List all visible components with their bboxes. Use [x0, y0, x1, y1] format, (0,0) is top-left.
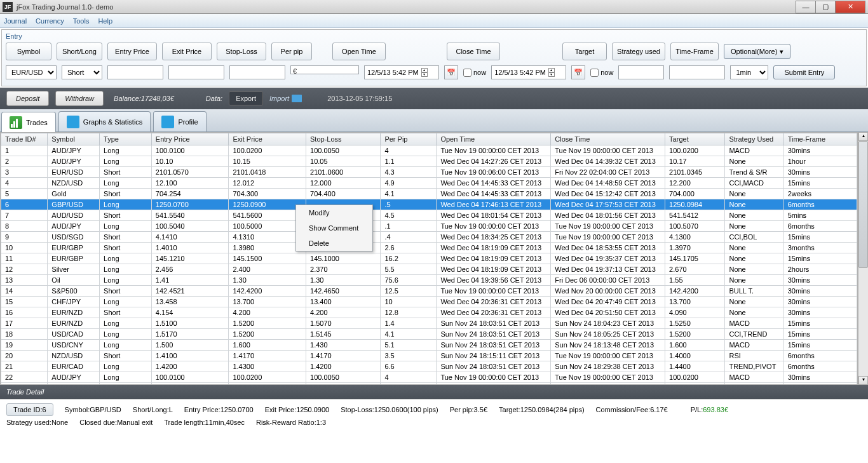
cell: 1250.0700: [151, 199, 229, 210]
minimize-button[interactable]: —: [796, 1, 816, 13]
table-row[interactable]: 8AUD/JPYLong100.5040100.5000.1Tue Nov 19…: [1, 221, 857, 232]
table-row[interactable]: 12SilverLong2.4562.4002.3705.5Wed Dec 04…: [1, 264, 857, 275]
cell: 30mins: [783, 297, 857, 307]
table-row[interactable]: 13OilLong1.411.301.3075.6Wed Dec 04 19:3…: [1, 275, 857, 286]
table-row[interactable]: 23AUD/JPYLong10.1010.1510.051.1Wed Dec 0…: [1, 383, 857, 386]
exit-price-input[interactable]: [168, 65, 224, 79]
open-now-checkbox[interactable]: now: [463, 65, 486, 79]
cell: Wed Dec 04 14:45:33 CET 2013: [437, 189, 551, 199]
ctx-modify[interactable]: Modify: [296, 205, 372, 220]
cell: NZD/USD: [48, 351, 100, 361]
export-button[interactable]: Export: [229, 91, 263, 105]
menu-help[interactable]: Help: [98, 17, 112, 25]
table-row[interactable]: 17EUR/NZDLong1.51001.52001.50701.4Sun No…: [1, 318, 857, 329]
col-stop-loss[interactable]: Stop-Loss: [306, 133, 381, 145]
strategy-input[interactable]: [669, 65, 725, 79]
table-row[interactable]: 2AUD/JPYLong10.1010.1510.051.1Wed Dec 04…: [1, 156, 857, 167]
menu-tools[interactable]: Tools: [73, 17, 90, 25]
table-row[interactable]: 6GBP/USDLong1250.07001250.0900.5Wed Dec …: [1, 199, 857, 210]
col-close-time[interactable]: Close Time: [551, 133, 665, 145]
table-row[interactable]: 11EUR/GBPLong145.1210145.1500145.100016.…: [1, 253, 857, 264]
table-row[interactable]: 18USD/CADLong1.51701.52001.51454.1Sun No…: [1, 329, 857, 340]
entry-price-input[interactable]: [107, 65, 163, 79]
table-row[interactable]: 5GoldShort704.254704.300704.4004.1Wed De…: [1, 189, 857, 199]
optional-more-button[interactable]: Optional(More)▾: [724, 44, 790, 59]
entry-legend: Entry: [6, 32, 862, 40]
menu-journal[interactable]: Journal: [4, 17, 27, 25]
table-row[interactable]: 10EUR/GBPShort1.40101.39802.6Wed Dec 04 …: [1, 243, 857, 253]
col-type[interactable]: Type: [100, 133, 152, 145]
tab-graphs[interactable]: Graphs & Statistics: [58, 111, 151, 131]
scroll-thumb[interactable]: [858, 141, 868, 268]
timeframe-select[interactable]: 1min: [730, 65, 768, 79]
cell: None: [725, 243, 783, 253]
close-time-input[interactable]: 12/5/13 5:42 PM▴▾: [491, 65, 566, 79]
table-row[interactable]: 16EUR/NZDShort4.1544.2004.20012.8Wed Dec…: [1, 307, 857, 318]
maximize-button[interactable]: ▢: [815, 1, 836, 13]
col-trade-id-[interactable]: Trade ID#: [1, 133, 48, 145]
cell: 15mins: [783, 232, 857, 243]
open-time-input[interactable]: 12/5/13 5:42 PM▴▾: [364, 65, 439, 79]
table-row[interactable]: 1AUD/JPYLong100.0100100.0200100.00504Tue…: [1, 145, 857, 156]
cell: None: [725, 275, 783, 286]
cell: 4.090: [665, 307, 725, 318]
open-date-picker[interactable]: 📅: [444, 65, 458, 79]
cell: 12: [1, 264, 48, 275]
ctx-delete[interactable]: Delete: [296, 236, 372, 251]
stop-loss-input[interactable]: [229, 65, 285, 79]
tab-profile[interactable]: Profile: [153, 111, 206, 131]
grid-header-row: Trade ID#SymbolTypeEntry PriceExit Price…: [1, 133, 857, 145]
spinner-icon[interactable]: ▴▾: [421, 68, 428, 77]
close-now-checkbox[interactable]: now: [590, 65, 613, 79]
scroll-track[interactable]: [858, 141, 868, 376]
tab-trades[interactable]: Trades: [1, 112, 56, 132]
table-row[interactable]: 20NZD/USDShort1.41001.41701.41703.5Sun N…: [1, 351, 857, 361]
menubar: Journal Currency Tools Help: [0, 14, 868, 28]
table-row[interactable]: 7AUD/USDShort541.5540541.56004.5Wed Dec …: [1, 210, 857, 221]
scroll-down-icon[interactable]: ▾: [858, 376, 868, 385]
col-time-frame[interactable]: Time-Frame: [783, 133, 857, 145]
cell: Wed Dec 04 20:47:49 CET 2013: [551, 297, 665, 307]
table-row[interactable]: 19USD/CNYLong1.5001.6001.4305.1Sun Nov 2…: [1, 340, 857, 351]
table-row[interactable]: 3EUR/USDShort2101.05702101.04182101.0600…: [1, 167, 857, 178]
col-strategy-used[interactable]: Strategy Used: [725, 133, 783, 145]
cell: 1.30: [306, 275, 381, 286]
table-row[interactable]: 4NZD/USDLong12.10012.01212.0004.9Wed Dec…: [1, 178, 857, 189]
cell: None: [725, 210, 783, 221]
detail-field: Stop-Loss:1250.0600(100 pips): [341, 406, 438, 413]
table-row[interactable]: 9USD/SGDShort4.14104.1310.4Wed Dec 04 18…: [1, 232, 857, 243]
col-target[interactable]: Target: [665, 133, 725, 145]
deposit-button[interactable]: Deposit: [6, 91, 49, 106]
scroll-up-icon[interactable]: ▴: [858, 132, 868, 141]
import-link[interactable]: Import: [269, 95, 302, 102]
symbol-select[interactable]: EUR/USD: [6, 65, 57, 79]
cell: 8: [1, 221, 48, 232]
target-input[interactable]: [618, 65, 664, 79]
col-exit-price[interactable]: Exit Price: [229, 133, 306, 145]
table-row[interactable]: 22AUD/JPYLong100.0100100.0200100.00504Tu…: [1, 372, 857, 383]
detail-field: Target:1250.0984(284 pips): [499, 406, 585, 413]
table-row[interactable]: 15CHF/JPYLong13.45813.70013.40010Wed Dec…: [1, 297, 857, 307]
cell: 15mins: [783, 318, 857, 329]
type-select[interactable]: Short: [62, 65, 102, 79]
cell: CCI,TREND: [725, 329, 783, 340]
table-row[interactable]: 14S&P500Short142.4521142.4200142.465012.…: [1, 286, 857, 297]
close-date-picker[interactable]: 📅: [571, 65, 585, 79]
cell: 1.5250: [665, 318, 725, 329]
col-per-pip[interactable]: Per Pip: [381, 133, 437, 145]
cell: 2.400: [229, 264, 306, 275]
close-button[interactable]: ✕: [835, 1, 865, 13]
trades-grid[interactable]: Trade ID#SymbolTypeEntry PriceExit Price…: [0, 132, 858, 385]
grid-scrollbar[interactable]: ▴ ▾: [858, 132, 868, 385]
col-entry-price[interactable]: Entry Price: [151, 133, 229, 145]
per-pip-input[interactable]: [290, 65, 359, 74]
cell: 4.200: [229, 307, 306, 318]
table-row[interactable]: 21EUR/CADLong1.42001.43001.42006.6Sun No…: [1, 361, 857, 372]
col-symbol[interactable]: Symbol: [48, 133, 100, 145]
withdraw-button[interactable]: Withdraw: [55, 91, 104, 106]
col-open-time[interactable]: Open Time: [437, 133, 551, 145]
ctx-show-comment[interactable]: Show Comment: [296, 220, 372, 236]
submit-entry-button[interactable]: Submit Entry: [773, 65, 835, 79]
menu-currency[interactable]: Currency: [36, 17, 64, 25]
spinner-icon[interactable]: ▴▾: [548, 68, 555, 77]
